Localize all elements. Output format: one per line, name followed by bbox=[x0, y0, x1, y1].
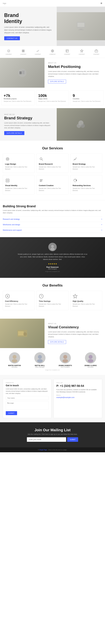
team-avatar-img-2 bbox=[60, 353, 70, 363]
mailing-form: SUBMIT bbox=[3, 437, 102, 442]
icon-item-6: CONTENT bbox=[79, 49, 85, 55]
service-icon-0 bbox=[5, 156, 10, 162]
brand-research-icon bbox=[39, 157, 43, 161]
svg-point-46 bbox=[37, 359, 43, 362]
content-creation-icon bbox=[39, 178, 43, 182]
mailing-email-input[interactable] bbox=[27, 437, 66, 442]
svg-point-42 bbox=[23, 332, 27, 336]
service-desc-0: Sample text. Click to select the Text El… bbox=[5, 166, 32, 170]
footer: © Single Page . Click to link this text … bbox=[0, 448, 105, 452]
market-image-icon bbox=[17, 67, 28, 78]
hero-cta-button[interactable]: CONTACT US bbox=[4, 36, 20, 40]
benefit-card-2: High Quality Sample text. Click to selec… bbox=[70, 291, 102, 310]
call-box: CALL US P: +1 (324) 987-56-54 If you hav… bbox=[53, 379, 102, 418]
svg-rect-41 bbox=[18, 331, 24, 336]
stat-label-1: Happy clients bbox=[38, 98, 67, 100]
hero-description: Lorem ipsum dolor sit amet, consectetur … bbox=[4, 26, 52, 34]
stat-label-0: Worldwide projects bbox=[4, 98, 32, 100]
benefit-icon-2 bbox=[73, 294, 78, 299]
footer-link[interactable]: Single Page bbox=[39, 449, 47, 450]
team-role-0: Secretary bbox=[3, 366, 26, 368]
svg-point-45 bbox=[38, 355, 42, 359]
logo: logo bbox=[3, 2, 6, 4]
team-avatar-img-0 bbox=[10, 353, 19, 363]
team-avatar-0 bbox=[9, 352, 20, 364]
testimonial-stars: ★★★★★ bbox=[48, 263, 57, 265]
brand-strategy-cta-button[interactable]: EXPLORE DETAILS bbox=[4, 131, 24, 135]
team-avatar-2 bbox=[60, 352, 71, 364]
icon-item-2: CONTENT bbox=[20, 49, 26, 55]
svg-rect-29 bbox=[6, 179, 9, 182]
service-desc-5: Sample text. Click to select the Text El… bbox=[73, 187, 100, 192]
service-card-1: Brand Research Sample text. Click to sel… bbox=[37, 154, 68, 173]
market-title: Market Positioning bbox=[48, 64, 102, 69]
service-card-5: Rebranding Services Sample text. Click t… bbox=[70, 175, 102, 194]
svg-point-25 bbox=[81, 124, 85, 128]
contact-box: CONTACTS Get in touch Lorem ipsum dolor … bbox=[3, 379, 52, 418]
stat-number-2: 9 bbox=[73, 94, 101, 98]
icon-item-4: COMPANY bbox=[49, 49, 56, 55]
menu-icon[interactable]: ≡ bbox=[101, 2, 102, 5]
accordion-label-1: Wireframes and design bbox=[3, 224, 20, 226]
service-desc-3: Sample text. Click to select the Text El… bbox=[5, 187, 32, 192]
team-avatar-img-1 bbox=[35, 353, 45, 363]
building-section: Building Strong Brand Lorem ipsum dolor … bbox=[0, 200, 105, 237]
benefit-card-0: $ Cost Efficiency Sample text. Click to … bbox=[3, 291, 35, 310]
accordion-icon-2[interactable]: + bbox=[101, 229, 102, 231]
services-grid: Logo Design Sample text. Click to select… bbox=[3, 154, 102, 194]
contact-message-textarea[interactable] bbox=[6, 401, 49, 410]
testimonial-avatar bbox=[48, 243, 57, 251]
market-description: Lorem ipsum dolor sit amet, consectetur … bbox=[48, 70, 102, 78]
stat-card-0: +7k Worldwide projects Sample text. Clic… bbox=[1, 90, 35, 105]
hero-image-icon bbox=[75, 20, 87, 32]
team-card-3: JENNIE CLARKE Secretary bbox=[79, 352, 102, 368]
svg-point-33 bbox=[50, 248, 55, 250]
contact-submit-button[interactable]: SUBMIT bbox=[6, 411, 17, 415]
stat-card-2: 9 Countries Sample text. Click to select… bbox=[70, 90, 104, 105]
benefit-desc-0: Sample text. Click to select the Text El… bbox=[5, 303, 32, 307]
svg-rect-6 bbox=[23, 50, 24, 51]
benefit-title-1: Time Savings bbox=[39, 300, 66, 302]
service-card-2: Brand Strategy Sample text. Click to sel… bbox=[70, 154, 102, 173]
team-card-0: BERTIE NORTON Secretary bbox=[3, 352, 26, 368]
testimonial-role: Web Designer bbox=[48, 268, 57, 270]
visual-identity-icon bbox=[5, 178, 10, 182]
svg-marker-16 bbox=[80, 50, 83, 52]
svg-rect-1 bbox=[77, 23, 84, 27]
contact-name-input[interactable] bbox=[6, 396, 49, 400]
accordion-item-0[interactable]: Research and strategy + bbox=[3, 216, 102, 222]
team-role-2: Vice President bbox=[53, 366, 77, 368]
accordion-icon-0[interactable]: + bbox=[101, 218, 102, 220]
visual-cta-button[interactable]: EXPLORE DETAILS bbox=[48, 340, 66, 344]
team-card-1: MATTIE BALL Office Manager bbox=[28, 352, 52, 368]
svg-point-10 bbox=[52, 50, 53, 51]
benefit-title-0: Cost Efficiency bbox=[5, 300, 32, 302]
call-email: example@example.com bbox=[56, 396, 99, 398]
benefit-title-2: High Quality bbox=[73, 300, 100, 302]
about-us-label: ABOUT US bbox=[48, 62, 102, 64]
accordion-item-2[interactable]: Maintenance and support + bbox=[3, 228, 102, 233]
team-name-0: BERTIE NORTON bbox=[3, 365, 26, 366]
benefit-card-1: Time Savings Sample text. Click to selec… bbox=[37, 291, 68, 310]
accordion-icon-1[interactable]: + bbox=[101, 224, 102, 226]
icon-item-5: CONTENT bbox=[64, 49, 70, 55]
testimonial-image-from: Image from Unsplash.com bbox=[45, 271, 60, 272]
contacts-label: CONTACTS bbox=[6, 382, 49, 384]
avatar-image bbox=[49, 244, 56, 250]
stat-label-2: Countries bbox=[73, 98, 101, 100]
service-title-2: Brand Strategy bbox=[73, 163, 100, 165]
stat-number-0: +7k bbox=[4, 94, 32, 98]
footer-suffix: . Click to link this text to a page. bbox=[47, 449, 67, 450]
mailing-description: Join the mailing list. Click here to sig… bbox=[3, 433, 102, 435]
accordion-item-1[interactable]: Wireframes and design + bbox=[3, 222, 102, 228]
testimonial-section: Veniam pudicum et, semper fugit cum, cal… bbox=[0, 237, 105, 278]
service-icon-2 bbox=[73, 156, 78, 162]
service-icon-1 bbox=[39, 156, 44, 162]
svg-point-26 bbox=[6, 158, 9, 160]
mailing-submit-button[interactable]: SUBMIT bbox=[67, 437, 78, 442]
service-title-1: Brand Research bbox=[39, 163, 66, 165]
brand-strategy-text: WHAT WE DO Brand Strategy Lorem ipsum do… bbox=[0, 108, 57, 141]
benefits-section: Our Benefits $ Cost Efficiency Sample te… bbox=[0, 278, 105, 319]
market-cta-button[interactable]: EXPLORE DETAILS bbox=[48, 80, 66, 84]
email-label: EMAIL bbox=[56, 394, 99, 396]
